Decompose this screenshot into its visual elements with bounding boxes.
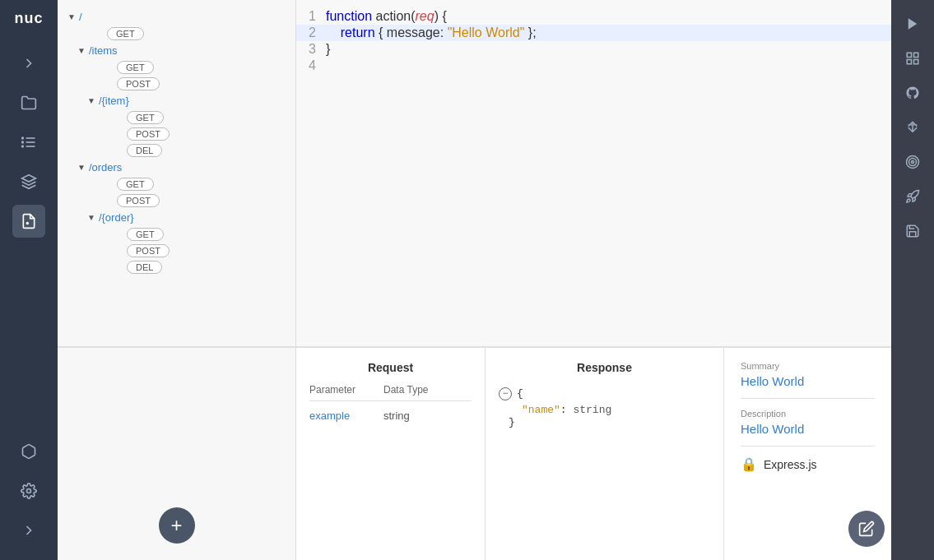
svg-rect-12 — [907, 60, 911, 64]
col-header-param: Parameter — [309, 384, 383, 396]
left-panel: ▼ / GET ▼ /items GET POST — [58, 0, 296, 560]
svg-point-18 — [912, 161, 914, 164]
info-divider-1 — [741, 398, 875, 399]
right-icon-play[interactable] — [898, 9, 927, 39]
route-tree: ▼ / GET ▼ /items GET POST — [58, 0, 295, 346]
caret-root: ▼ — [67, 12, 76, 21]
route-item[interactable]: ▼ /{item} — [58, 92, 295, 109]
response-line-1: { — [499, 384, 710, 404]
method-orders-get[interactable]: GET — [58, 176, 295, 192]
svg-point-7 — [26, 222, 29, 224]
svg-point-4 — [22, 141, 24, 143]
route-root[interactable]: ▼ / — [58, 8, 295, 25]
line-code-3: } — [326, 42, 330, 57]
bottom-panels: Request Parameter Data Type example stri… — [296, 346, 891, 560]
response-title: Response — [499, 361, 710, 374]
right-icon-git[interactable] — [898, 113, 927, 142]
json-key-name: "name" — [522, 404, 560, 416]
top-area: ▼ / GET ▼ /items GET POST — [58, 0, 934, 560]
line-code-1: function action(req) { — [326, 9, 447, 24]
sidebar-icon-settings[interactable] — [12, 474, 45, 507]
sidebar-icon-list[interactable] — [12, 126, 45, 159]
description-value: Hello World — [741, 422, 875, 436]
request-section: Request Parameter Data Type example stri… — [296, 348, 486, 560]
line-num-2: 2 — [296, 25, 326, 40]
svg-point-17 — [909, 159, 917, 166]
svg-point-3 — [22, 137, 24, 139]
badge-orders-post[interactable]: POST — [117, 194, 160, 207]
method-root-get[interactable]: GET — [58, 25, 295, 42]
response-json: { "name": string } — [499, 384, 710, 428]
badge-items-post[interactable]: POST — [117, 77, 160, 90]
sidebar-icon-folder[interactable] — [12, 86, 45, 119]
right-icon-save[interactable] — [898, 216, 927, 246]
badge-order-del[interactable]: DEL — [127, 261, 162, 274]
badge-item-get[interactable]: GET — [127, 111, 164, 124]
method-item-get[interactable]: GET — [58, 109, 295, 126]
badge-item-del[interactable]: DEL — [127, 144, 162, 157]
code-line-4: 4 — [296, 58, 891, 74]
path-item: /{item} — [99, 95, 129, 107]
method-orders-post[interactable]: POST — [58, 192, 295, 209]
code-line-3: 3 } — [296, 41, 891, 58]
svg-rect-11 — [914, 53, 918, 57]
method-order-get[interactable]: GET — [58, 226, 295, 243]
badge-order-get[interactable]: GET — [127, 228, 164, 241]
json-val-name: string — [573, 404, 611, 416]
summary-value: Hello World — [741, 374, 875, 388]
badge-orders-get[interactable]: GET — [117, 178, 154, 191]
svg-marker-6 — [22, 175, 36, 182]
code-line-1: 1 function action(req) { — [296, 8, 891, 25]
method-order-del[interactable]: DEL — [58, 259, 295, 275]
sidebar-icon-cube[interactable] — [12, 435, 45, 468]
info-divider-2 — [741, 446, 875, 447]
edit-button[interactable] — [848, 511, 885, 547]
badge-root-get[interactable]: GET — [107, 27, 144, 40]
framework-row: 🔒 Express.js — [741, 456, 875, 472]
sidebar-icon-send[interactable] — [12, 47, 45, 80]
route-order[interactable]: ▼ /{order} — [58, 209, 295, 226]
caret-item: ▼ — [87, 96, 95, 105]
method-items-post[interactable]: POST — [58, 76, 295, 92]
main-area: ▼ / GET ▼ /items GET POST — [58, 0, 934, 560]
path-root: / — [79, 11, 82, 23]
route-items[interactable]: ▼ /items — [58, 42, 295, 59]
sidebar-icon-document[interactable] — [12, 205, 45, 238]
right-icon-github[interactable] — [898, 78, 927, 108]
line-num-4: 4 — [296, 58, 326, 73]
app-logo: nuc — [14, 10, 43, 27]
badge-order-post[interactable]: POST — [127, 244, 170, 257]
summary-label: Summary — [741, 361, 875, 371]
route-orders[interactable]: ▼ /orders — [58, 159, 295, 176]
svg-rect-13 — [914, 60, 918, 64]
right-icon-target[interactable] — [898, 147, 927, 177]
request-title: Request — [309, 361, 472, 374]
svg-marker-9 — [908, 18, 918, 30]
code-editor: 1 function action(req) { 2 return { mess… — [296, 0, 891, 346]
method-item-del[interactable]: DEL — [58, 142, 295, 159]
sidebar-icon-layers[interactable] — [12, 165, 45, 198]
request-row-1: example string — [309, 406, 472, 425]
response-line-3: } — [499, 416, 710, 428]
response-section: Response { "name": string } — [486, 348, 724, 560]
left-bottom: + — [58, 346, 295, 560]
badge-item-post[interactable]: POST — [127, 127, 170, 141]
method-item-post[interactable]: POST — [58, 126, 295, 142]
line-num-1: 1 — [296, 9, 326, 24]
description-label: Description — [741, 409, 875, 419]
add-route-button[interactable]: + — [159, 507, 195, 544]
right-icon-rocket[interactable] — [898, 182, 927, 211]
right-sidebar — [891, 0, 934, 560]
method-order-post[interactable]: POST — [58, 243, 295, 259]
center-panel: 1 function action(req) { 2 return { mess… — [296, 0, 891, 560]
line-num-3: 3 — [296, 42, 326, 57]
sidebar-icon-expand[interactable] — [12, 514, 45, 547]
badge-items-get[interactable]: GET — [117, 61, 154, 74]
caret-order: ▼ — [87, 213, 95, 222]
left-sidebar: nuc — [0, 0, 58, 560]
json-close-brace: } — [509, 416, 515, 428]
svg-rect-10 — [907, 53, 911, 57]
collapse-icon[interactable] — [499, 387, 512, 400]
method-items-get[interactable]: GET — [58, 59, 295, 76]
right-icon-grid[interactable] — [898, 44, 927, 73]
